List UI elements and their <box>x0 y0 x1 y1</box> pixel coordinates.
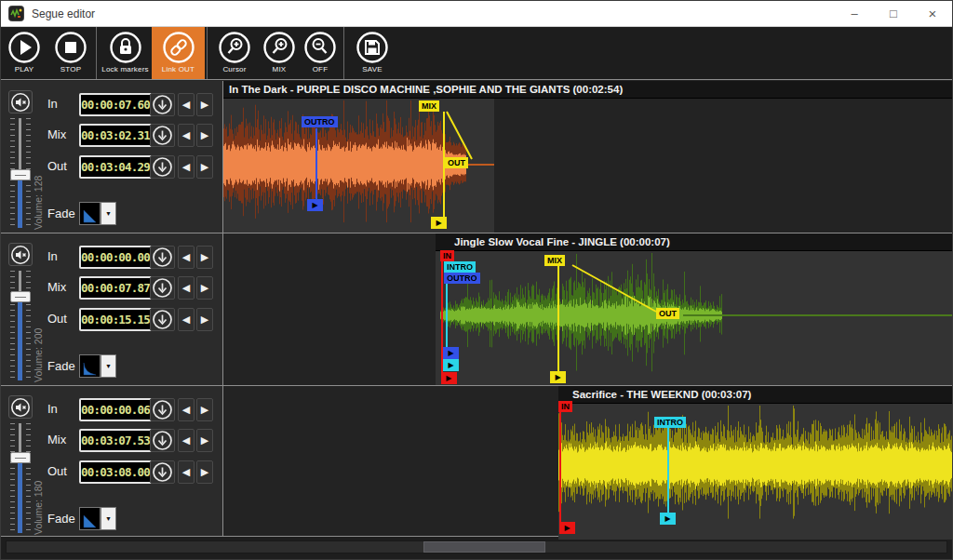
mix-time-field[interactable]: 00:03:02.319 <box>79 124 155 147</box>
in-marker-flag[interactable]: IN <box>440 250 454 261</box>
volume-slider[interactable] <box>10 118 31 228</box>
in-nudge-left-button[interactable]: ◀ <box>178 246 195 269</box>
fade-type-display[interactable] <box>79 202 101 225</box>
outro-play-button[interactable]: ▶ <box>307 199 323 211</box>
stop-button[interactable]: STOP <box>47 27 94 79</box>
out-nudge-right-button[interactable]: ▶ <box>196 308 213 331</box>
toolbar-separator <box>343 27 344 79</box>
right-arrow-icon: ▶ <box>201 129 208 141</box>
out-marker-flag[interactable]: OUT <box>656 308 679 319</box>
in-nudge-right-button[interactable]: ▶ <box>196 93 213 116</box>
out-time-field[interactable]: 00:00:15.158 <box>79 308 155 331</box>
zoom-cursor-button[interactable]: Cursor <box>209 27 260 79</box>
volume-slider[interactable] <box>10 423 31 533</box>
out-label: Out <box>47 312 67 326</box>
fade-dropdown-button[interactable]: ▼ <box>101 507 116 530</box>
mute-button[interactable] <box>8 395 33 419</box>
mix-play-button[interactable]: ▶ <box>431 217 447 229</box>
in-nudge-left-button[interactable]: ◀ <box>178 93 195 116</box>
waveform-area[interactable]: Jingle Slow Vocal Fine - JINGLE (00:00:0… <box>223 233 952 385</box>
outro-marker-line[interactable] <box>315 128 317 199</box>
out-capture-button[interactable] <box>150 308 175 331</box>
minimize-button[interactable]: – <box>835 1 874 26</box>
in-marker-line[interactable] <box>559 412 561 522</box>
track-controls: Volume: 180 In 00:00:00.065 ◀ ▶ Mix 00:0… <box>1 386 223 540</box>
slider-thumb[interactable] <box>10 291 31 302</box>
in-time-field[interactable]: 00:00:00.065 <box>79 398 155 421</box>
mix-time-field[interactable]: 00:00:07.873 <box>79 276 155 300</box>
save-button[interactable]: SAVE <box>346 27 398 79</box>
mix-nudge-right-button[interactable]: ▶ <box>196 276 213 300</box>
out-time-field[interactable]: 00:03:04.298 <box>79 155 155 179</box>
scrollbar-track[interactable] <box>6 540 947 553</box>
intro-play-button[interactable]: ▶ <box>660 513 676 525</box>
mix-nudge-right-button[interactable]: ▶ <box>196 124 213 147</box>
speaker-mute-icon <box>10 397 31 418</box>
mix-marker-flag[interactable]: MIX <box>544 255 565 266</box>
marker-play-button[interactable]: ▶ <box>443 347 459 359</box>
maximize-button[interactable]: □ <box>874 1 913 26</box>
waveform-area[interactable]: Sacrifice - THE WEEKND (00:03:07) IN▶INT… <box>223 386 952 540</box>
in-capture-button[interactable] <box>150 398 175 421</box>
slider-thumb[interactable] <box>10 452 31 463</box>
out-capture-button[interactable] <box>150 460 175 484</box>
volume-slider[interactable] <box>10 271 31 380</box>
intro-marker-flag[interactable]: INTRO <box>654 417 686 428</box>
waveform-area[interactable]: In The Dark - PURPLE DISCO MACHINE ,SOPH… <box>223 81 952 233</box>
in-capture-button[interactable] <box>150 93 175 116</box>
out-time-field[interactable]: 00:03:08.000 <box>79 460 155 484</box>
in-play-button[interactable]: ▶ <box>559 522 575 534</box>
in-nudge-right-button[interactable]: ▶ <box>196 246 213 269</box>
out-marker-flag[interactable]: OUT <box>445 157 468 168</box>
lock-markers-button[interactable]: Lock markers <box>99 27 152 79</box>
in-nudge-left-button[interactable]: ◀ <box>178 398 195 421</box>
in-label: In <box>47 97 58 111</box>
mix-time-field[interactable]: 00:03:07.533 <box>79 429 155 452</box>
close-button[interactable]: × <box>913 1 952 26</box>
out-capture-button[interactable] <box>150 155 175 179</box>
mix-capture-button[interactable] <box>150 124 175 147</box>
out-nudge-left-button[interactable]: ◀ <box>178 155 195 179</box>
fade-type-display[interactable] <box>79 354 101 378</box>
left-arrow-icon: ◀ <box>182 251 190 263</box>
fade-type-display[interactable] <box>79 507 101 530</box>
mix-marker-flag[interactable]: MIX <box>419 100 439 112</box>
fade-dropdown-button[interactable]: ▼ <box>101 354 116 378</box>
down-arrow-icon <box>152 94 173 115</box>
out-nudge-right-button[interactable]: ▶ <box>196 460 213 484</box>
in-time-field[interactable]: 00:00:00.000 <box>79 246 155 269</box>
mix-play-button[interactable]: ▶ <box>550 371 566 383</box>
fade-diagonal-line <box>447 112 472 159</box>
intro-marker-line[interactable] <box>667 428 669 513</box>
mix-nudge-left-button[interactable]: ◀ <box>178 276 195 300</box>
scrollbar-thumb[interactable] <box>423 541 545 553</box>
intro-marker-flag[interactable]: INTRO <box>444 261 476 273</box>
mix-marker-line[interactable] <box>557 266 559 371</box>
slider-thumb[interactable] <box>10 169 31 180</box>
in-marker-flag[interactable]: IN <box>558 401 572 412</box>
marker-play-button[interactable]: ▶ <box>443 359 459 371</box>
in-play-button[interactable]: ▶ <box>441 372 457 384</box>
in-time-field[interactable]: 00:00:07.608 <box>79 93 155 116</box>
out-nudge-right-button[interactable]: ▶ <box>196 155 213 179</box>
mix-capture-button[interactable] <box>150 276 175 300</box>
zoom-in-icon <box>262 31 296 64</box>
left-arrow-icon: ◀ <box>182 99 190 111</box>
in-nudge-right-button[interactable]: ▶ <box>196 398 213 421</box>
zoom-mix-button[interactable]: MIX <box>260 27 299 79</box>
mix-nudge-right-button[interactable]: ▶ <box>196 429 213 452</box>
mix-capture-button[interactable] <box>150 429 175 452</box>
out-nudge-left-button[interactable]: ◀ <box>178 308 195 331</box>
mute-button[interactable] <box>8 243 33 266</box>
outro-marker-flag[interactable]: OUTRO <box>302 116 338 127</box>
zoom-off-button[interactable]: OFF <box>299 27 342 79</box>
out-nudge-left-button[interactable]: ◀ <box>178 460 195 484</box>
link-out-button[interactable]: Link OUT <box>152 27 205 79</box>
mix-nudge-left-button[interactable]: ◀ <box>178 429 195 452</box>
mute-button[interactable] <box>8 90 33 113</box>
fade-dropdown-button[interactable]: ▼ <box>101 202 116 225</box>
mix-nudge-left-button[interactable]: ◀ <box>178 124 195 147</box>
outro-marker-flag[interactable]: OUTRO <box>444 273 480 284</box>
in-capture-button[interactable] <box>150 246 175 269</box>
play-button[interactable]: PLAY <box>1 27 47 79</box>
